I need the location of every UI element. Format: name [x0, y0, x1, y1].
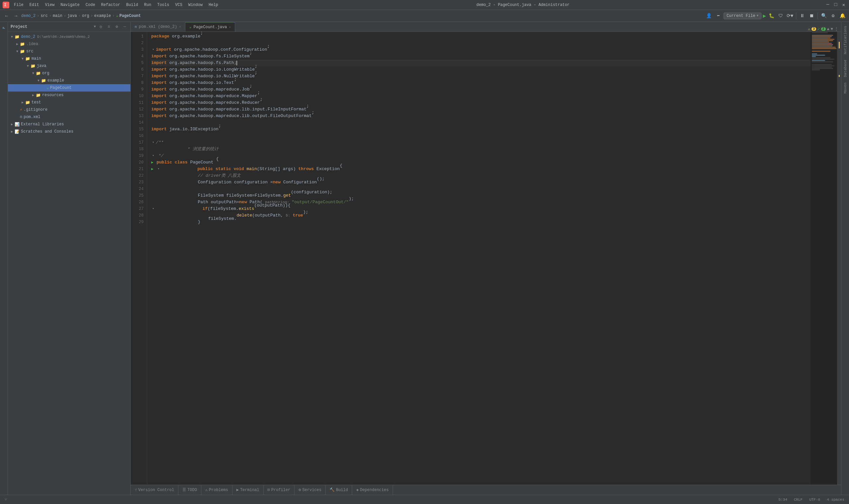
project-settings-button[interactable]: ⚙	[114, 24, 120, 30]
vc-label: Version Control	[138, 488, 174, 492]
tab-version-control[interactable]: ⑂ Version Control	[131, 485, 178, 495]
menu-navigate[interactable]: Navigate	[58, 2, 82, 8]
breadcrumb-example[interactable]: example	[94, 14, 111, 18]
coverage-button[interactable]: 🛡	[777, 12, 785, 20]
tree-arrow-scratches[interactable]: ▶	[9, 130, 15, 133]
status-line-col[interactable]: 5:34	[776, 497, 789, 502]
maven-label[interactable]: Maven	[843, 80, 848, 96]
menu-run[interactable]: Run	[141, 2, 154, 8]
profile-button[interactable]: 👤	[705, 12, 713, 20]
tree-item-java[interactable]: ▼ 📁 java	[8, 62, 130, 70]
minimize-button[interactable]: ─	[825, 2, 830, 7]
tree-item-pom[interactable]: ▶ m pom.xml	[8, 113, 130, 121]
back-nav-icon[interactable]: ⬅	[715, 12, 722, 20]
collapse-all-button[interactable]: ≡	[106, 24, 112, 30]
fold-arrow-3[interactable]: ▾	[151, 47, 155, 53]
breadcrumb-pagecount[interactable]: ☕ PageCount	[116, 13, 141, 18]
menu-edit[interactable]: Edit	[27, 2, 42, 8]
tab-build[interactable]: 🔨 Build	[326, 485, 352, 495]
status-encoding[interactable]: UTF-8	[807, 497, 822, 502]
hide-panel-button[interactable]: ─	[122, 24, 128, 30]
tree-arrow-root[interactable]: ▼	[9, 35, 15, 39]
debug-button[interactable]: 🐛	[767, 12, 775, 20]
editor-area: m pom.xml (demo_2) ✕ ☕ PageCount.java ✕ …	[131, 22, 841, 495]
breadcrumb-demo2[interactable]: demo_2	[21, 14, 35, 18]
tree-arrow-main[interactable]: ▼	[20, 57, 25, 61]
tab-pagecount[interactable]: ☕ PageCount.java ✕	[185, 22, 235, 32]
breadcrumb-main[interactable]: main	[53, 14, 62, 18]
status-crlf[interactable]: CRLF	[792, 497, 805, 502]
back-button[interactable]: ←	[3, 12, 11, 20]
tree-arrow-resources[interactable]: ▶	[31, 93, 36, 97]
tree-item-test[interactable]: ▶ 📁 test	[8, 99, 130, 106]
menu-vcs[interactable]: VCS	[173, 2, 185, 8]
project-dropdown[interactable]: ▼	[94, 25, 96, 29]
tree-item-main[interactable]: ▼ 📁 main	[8, 55, 130, 62]
maximize-button[interactable]: □	[833, 2, 838, 7]
breadcrumb-org[interactable]: org	[82, 14, 89, 18]
tree-arrow-external-libs[interactable]: ▶	[9, 122, 15, 126]
locate-file-button[interactable]: ◎	[98, 24, 104, 30]
pause-button[interactable]: ⏸	[798, 12, 806, 20]
menu-file[interactable]: File	[11, 2, 26, 8]
settings-button[interactable]: ⚙	[829, 12, 837, 20]
breadcrumb-src[interactable]: src	[40, 14, 48, 18]
tab-todo[interactable]: ☰ TODO	[178, 485, 201, 495]
forward-button[interactable]: →	[12, 12, 20, 20]
code-editor[interactable]: 1 2 3 4 5 6 7 8 9 10 11 12 13 14 15 16 1…	[131, 32, 841, 485]
scroll-indicator-right[interactable]	[837, 32, 841, 485]
tree-arrow-java[interactable]: ▼	[25, 64, 31, 68]
updates-button[interactable]: 🔔	[838, 12, 846, 20]
menu-window[interactable]: Window	[186, 2, 205, 8]
stop-button[interactable]: ⏹	[808, 12, 815, 20]
run-button[interactable]: ▶	[763, 13, 766, 19]
tree-arrow-example[interactable]: ▼	[36, 79, 41, 83]
menu-view[interactable]: View	[42, 2, 57, 8]
tab-services[interactable]: ⚙ Services	[294, 485, 326, 495]
menu-help[interactable]: Help	[206, 2, 221, 8]
more-options-icon[interactable]: ⋮	[834, 26, 838, 32]
breadcrumb-java[interactable]: java	[67, 14, 77, 18]
minimap[interactable]	[811, 32, 837, 485]
run-configuration[interactable]: Current File ▼	[724, 13, 761, 19]
tree-arrow-src[interactable]: ▼	[15, 50, 20, 53]
fold-arrow-19[interactable]: ▾	[151, 152, 155, 159]
collapse-icon[interactable]: ▼	[831, 27, 833, 32]
code-content[interactable]: package org.example; ▾ import org.apache…	[147, 32, 811, 485]
titlebar: I File Edit View Navigate Code Refactor …	[0, 0, 849, 10]
expand-icon[interactable]: ▲	[827, 27, 829, 32]
more-run-button[interactable]: ⟳▼	[786, 12, 794, 20]
run-arrow-20[interactable]: ▶	[151, 159, 156, 166]
tree-item-root[interactable]: ▼ 📁 demo_2 D:\web\06-JavaWeb\demo_2	[8, 33, 130, 40]
tree-item-scratches[interactable]: ▶ 📝 Scratches and Consoles	[8, 128, 130, 135]
status-git[interactable]: ⑂	[3, 497, 9, 502]
tab-terminal[interactable]: ▶ Terminal	[233, 485, 264, 495]
project-strip-icon[interactable]: P	[1, 24, 7, 31]
tree-arrow-org[interactable]: ▼	[31, 72, 36, 75]
tree-item-org[interactable]: ▼ 📁 org	[8, 70, 130, 77]
tab-profiler[interactable]: ⊡ Profiler	[264, 485, 295, 495]
tree-item-gitignore[interactable]: ▶ ⚡ .gitignore	[8, 106, 130, 113]
search-everywhere-button[interactable]: 🔍	[820, 12, 828, 20]
tree-item-resources[interactable]: ▶ 📁 resources	[8, 91, 130, 99]
menu-build[interactable]: Build	[123, 2, 141, 8]
tree-item-example[interactable]: ▼ 📁 example	[8, 77, 130, 84]
tree-item-external-libs[interactable]: ▶ 📊 External Libraries	[8, 121, 130, 128]
notifications-label[interactable]: Notifications	[843, 23, 848, 57]
tree-item-idea[interactable]: ▶ 📁 .idea	[8, 40, 130, 48]
tree-arrow-test[interactable]: ▶	[20, 101, 25, 105]
tab-pom[interactable]: m pom.xml (demo_2) ✕	[131, 22, 185, 32]
close-button[interactable]: ✕	[841, 2, 846, 7]
menu-tools[interactable]: Tools	[155, 2, 172, 8]
menu-code[interactable]: Code	[83, 2, 98, 8]
tree-item-src[interactable]: ▼ 📁 src	[8, 48, 130, 55]
tree-item-pagecount[interactable]: ▶ ☕ PageCount	[8, 84, 130, 91]
menu-refactor[interactable]: Refactor	[98, 2, 123, 8]
database-label[interactable]: Database	[843, 57, 848, 80]
tab-dependencies[interactable]: ◈ Dependencies	[352, 485, 393, 495]
tree-arrow-idea[interactable]: ▶	[15, 42, 20, 46]
status-indent[interactable]: 4 spaces	[825, 497, 846, 502]
tab-problems[interactable]: ⚠ Problems	[201, 485, 233, 495]
tab-pom-close[interactable]: ✕	[179, 25, 181, 29]
tab-pagecount-close[interactable]: ✕	[229, 25, 231, 29]
